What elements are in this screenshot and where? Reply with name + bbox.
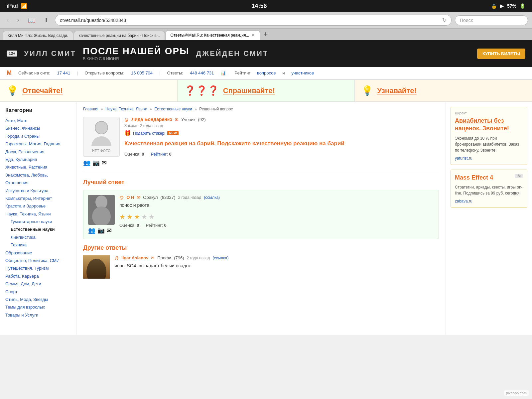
other-answer-card: @ Ilgar Aslanov ✉ Профи (796) 2 года наз… (83, 255, 439, 283)
sidebar-item[interactable]: Путешествия, Туризм (5, 264, 71, 272)
answer-friend-icon[interactable]: 👥 (88, 227, 95, 234)
sidebar-item[interactable]: Наука, Техника, Языки (5, 210, 71, 218)
other-score: (796) (174, 255, 184, 260)
best-answer-meta: @ О Н ✉ Оракул (83327) 2 года назад (ссы… (119, 195, 434, 234)
sidebar-item[interactable]: Бизнес, Финансы (5, 124, 71, 132)
bookmarks-button[interactable]: 📖 (25, 15, 38, 25)
status-bar: iPad 📶 14:56 🔒 ▶ 57% 🔋 (0, 0, 532, 12)
main-layout: Категории Авто, МотоБизнес, ФинансыГород… (0, 102, 532, 335)
tab-close-icon[interactable]: ✕ (251, 33, 255, 38)
tab-kill-me[interactable]: Килл Ми Плз: Жизнь. Вид сзади. (3, 31, 73, 40)
breadcrumb-natural[interactable]: Естественные науки (155, 107, 192, 111)
breadcrumb-home[interactable]: Главная (83, 107, 98, 111)
star5[interactable]: ★ (149, 213, 155, 220)
sidebar-item[interactable]: Компьютеры, Интернет (5, 195, 71, 202)
ad2-url[interactable]: zabava.ru (455, 199, 472, 203)
answer-mail-icon[interactable]: ✉ (107, 227, 112, 234)
star2[interactable]: ★ (127, 213, 133, 220)
photo-icon[interactable]: 📷 (92, 159, 100, 167)
buy-tickets-button[interactable]: КУПИТЬ БИЛЕТЫ (477, 49, 525, 59)
sidebar-item[interactable]: Красота и Здоровье (5, 202, 71, 210)
sidebar-item[interactable]: Работа, Карьера (5, 272, 71, 280)
reload-button[interactable]: ↻ (442, 17, 447, 23)
tab-add-button[interactable]: + (261, 29, 270, 40)
friend-icon[interactable]: 👥 (83, 159, 90, 167)
sidebar-item[interactable]: Еда, Кулинария (5, 156, 71, 163)
open-questions-count[interactable]: 16 005 704 (131, 70, 153, 75)
ad-actor1: УИЛЛ СМИТ (24, 49, 76, 58)
sidebar-item[interactable]: Авто, Мото (5, 117, 71, 124)
sidebar-item[interactable]: Темы для взрослых (5, 303, 71, 311)
question-user-name[interactable]: Лида Бондаренко (131, 117, 172, 122)
share-button[interactable]: ⬆ (41, 15, 52, 25)
sidebar-item[interactable]: Досуг, Развлечения (5, 148, 71, 156)
other-answer-link[interactable]: (ссылка) (212, 256, 228, 260)
ad-block-1: Директ Авиабилеты без наценок. Звоните! … (451, 107, 527, 165)
answer-photo-icon[interactable]: 📷 (97, 227, 105, 234)
sidebar-item[interactable]: Техника (5, 241, 71, 249)
rating-label: Рейтинг (234, 70, 250, 75)
questions-link[interactable]: вопросов (257, 70, 276, 75)
address-bar[interactable]: otvet.mail.ru/question/53482843 ↻ (55, 15, 452, 26)
gift-link[interactable]: Подарить стикер! (133, 131, 165, 136)
sidebar-item[interactable]: Гороскопы, Магия, Гадания (5, 140, 71, 148)
logo-m-icon: M (7, 69, 12, 76)
best-answer-link[interactable]: (ссылка) (204, 195, 220, 200)
open-questions-label: Открытые вопросы: (85, 70, 124, 75)
question-card: НЕТ ФОТО 👥 📷 ✉ @ Лида Бондаренко ✉ Учени… (83, 117, 439, 172)
cta-answer-box[interactable]: 💡 Отвечайте! (0, 80, 178, 101)
sidebar-item[interactable]: Естественные науки (5, 225, 71, 233)
star4[interactable]: ★ (141, 213, 147, 220)
star3[interactable]: ★ (134, 213, 140, 220)
no-photo-label: НЕТ ФОТО (92, 149, 111, 153)
answers-count[interactable]: 448 446 731 (190, 70, 214, 75)
cta-learn-box[interactable]: 💡 Узнавайте! (355, 80, 532, 101)
sidebar-item[interactable]: Лингвистика (5, 233, 71, 241)
best-answer-mail-icon[interactable]: ✉ (137, 195, 140, 200)
avatar-body (91, 136, 111, 146)
ad2-desc: Стратегии, аркады, квесты, игры on-line.… (455, 184, 523, 196)
sidebar-item[interactable]: Общество, Политика, СМИ (5, 257, 71, 264)
sidebar-item[interactable]: Товары и Услуги (5, 311, 71, 319)
breadcrumb-science[interactable]: Наука. Техника. Языки (105, 107, 147, 111)
sep1: | (77, 70, 78, 75)
other-answers-title: Другие ответы (83, 244, 439, 251)
user-mail-icon[interactable]: ✉ (175, 117, 179, 122)
mail-icon[interactable]: ✉ (102, 159, 107, 167)
sidebar-item[interactable]: Животные, Растения (5, 163, 71, 171)
participants-link[interactable]: участников (292, 70, 314, 75)
sidebar-item[interactable]: Семья, Дом, Дети (5, 280, 71, 288)
ad1-headline[interactable]: Авиабилеты без наценок. Звоните! (455, 117, 523, 133)
search-bar[interactable]: Поиск (455, 15, 528, 25)
sidebar-item[interactable]: Города и Страны (5, 132, 71, 140)
other-mail-icon[interactable]: ✉ (151, 255, 155, 260)
ad-movie-title: ПОСЛЕ НАШЕЙ ОРЫ (83, 46, 190, 57)
question-avatar-box: НЕТ ФОТО (83, 117, 120, 157)
best-answer-text: понос и рвота (119, 202, 434, 209)
ad2-headline[interactable]: Mass Effect 4 (455, 174, 523, 182)
answers-label: Ответы: (167, 70, 183, 75)
best-answer-user-name[interactable]: О Н (126, 195, 134, 200)
sidebar-links: Авто, МотоБизнес, ФинансыГорода и Страны… (5, 117, 71, 319)
tab-answers[interactable]: Ответы@Mail.Ru: Качественная реакция... … (166, 30, 260, 40)
tab-search[interactable]: качественные реакции на барий - Поиск в.… (74, 31, 165, 40)
other-user-name[interactable]: Ilgar Aslanov (121, 255, 148, 260)
sidebar-item[interactable]: Искусство и Культура (5, 187, 71, 195)
sidebar-item[interactable]: Стиль, Мода, Звезды (5, 296, 71, 303)
forward-button[interactable]: › (15, 15, 22, 25)
sidebar-item[interactable]: Знакомства, Любовь, Отношения (5, 171, 71, 187)
tab-label: Ответы@Mail.Ru: Качественная реакция... (171, 33, 249, 38)
back-button[interactable]: ‹ (4, 15, 11, 25)
sidebar-item[interactable]: Гуманитарные науки (5, 218, 71, 225)
ad1-url[interactable]: yaturist.ru (455, 156, 472, 161)
cta-ask-label[interactable]: Спрашивайте! (223, 86, 275, 95)
cta-answer-label[interactable]: Отвечайте! (22, 86, 63, 95)
sidebar-item[interactable]: Спорт (5, 288, 71, 296)
cta-learn-label[interactable]: Узнавайте! (377, 86, 416, 95)
sidebar-item[interactable]: Образование (5, 249, 71, 257)
online-count[interactable]: 17 441 (57, 70, 70, 75)
rank-link[interactable]: Рейтинг (151, 152, 167, 157)
breadcrumb-sep1: » (101, 107, 103, 111)
cta-ask-box[interactable]: ❓❓❓ Спрашивайте! (178, 80, 355, 101)
star1[interactable]: ★ (119, 213, 125, 220)
